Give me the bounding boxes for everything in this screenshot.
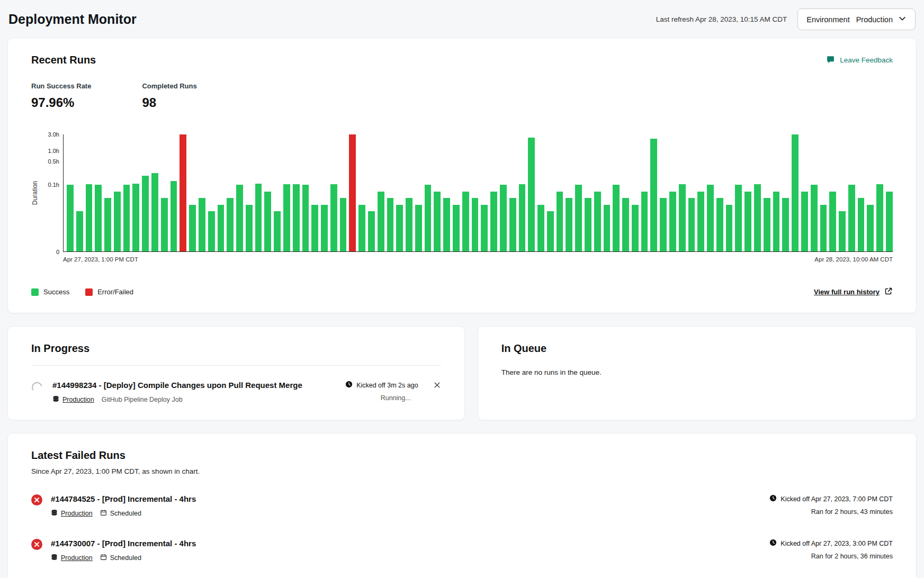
chart-bar-success[interactable] bbox=[283, 184, 290, 251]
chart-bar-success[interactable] bbox=[716, 198, 723, 251]
chart-bar-success[interactable] bbox=[387, 198, 394, 251]
chart-bar-success[interactable] bbox=[632, 205, 639, 251]
chart-bar-success[interactable] bbox=[76, 211, 83, 251]
chart-bar-success[interactable] bbox=[660, 198, 667, 251]
chart-bar-success[interactable] bbox=[434, 192, 441, 251]
chart-bar-success[interactable] bbox=[848, 185, 855, 251]
cancel-run-button[interactable] bbox=[433, 381, 441, 391]
chart-bar-success[interactable] bbox=[481, 205, 488, 251]
chart-bar-success[interactable] bbox=[95, 185, 102, 251]
environment-dropdown[interactable]: Environment Production bbox=[797, 8, 916, 30]
chart-bar-success[interactable] bbox=[123, 185, 130, 251]
run-environment-link[interactable]: Production bbox=[52, 395, 94, 404]
chart-bar-success[interactable] bbox=[255, 184, 262, 251]
y-tick-label: 0.5h bbox=[48, 158, 59, 165]
chart-bar-success[interactable] bbox=[151, 173, 158, 251]
chart-bar-success[interactable] bbox=[820, 205, 827, 251]
chart-bar-success[interactable] bbox=[829, 192, 836, 251]
run-environment-link[interactable]: Production bbox=[51, 509, 93, 518]
chart-bar-success[interactable] bbox=[679, 184, 686, 251]
chart-bar-success[interactable] bbox=[189, 205, 196, 251]
chart-bar-success[interactable] bbox=[415, 205, 422, 251]
chart-bar-success[interactable] bbox=[876, 184, 883, 251]
chart-bar-success[interactable] bbox=[585, 198, 591, 251]
chart-bar-success[interactable] bbox=[161, 198, 168, 251]
view-full-run-history-link[interactable]: View full run history bbox=[814, 287, 893, 297]
chart-bar-success[interactable] bbox=[613, 185, 620, 251]
in-progress-run-row: #144998234 - [Deploy] Compile Changes up… bbox=[31, 381, 441, 404]
chart-bar-success[interactable] bbox=[773, 192, 780, 251]
chart-bar-success[interactable] bbox=[293, 184, 300, 251]
run-name: #144784525 - [Prod] Incremental - 4hrs bbox=[51, 494, 761, 503]
chart-bar-success[interactable] bbox=[208, 211, 215, 251]
chart-bar-success[interactable] bbox=[358, 205, 365, 251]
chart-bar-success[interactable] bbox=[669, 192, 676, 251]
chart-bar-success[interactable] bbox=[537, 205, 544, 251]
chart-bar-success[interactable] bbox=[67, 185, 74, 251]
chart-bar-success[interactable] bbox=[792, 134, 799, 251]
chart-bar-success[interactable] bbox=[735, 185, 742, 251]
chart-bar-success[interactable] bbox=[697, 192, 704, 251]
chart-bar-success[interactable] bbox=[726, 205, 733, 251]
chart-bar-success[interactable] bbox=[425, 185, 432, 251]
chart-bar-success[interactable] bbox=[519, 184, 526, 251]
chart-bar-success[interactable] bbox=[246, 205, 253, 251]
chart-bar-success[interactable] bbox=[547, 211, 554, 251]
chart-bar-success[interactable] bbox=[650, 139, 657, 251]
in-queue-title: In Queue bbox=[501, 342, 893, 355]
chart-bar-success[interactable] bbox=[641, 192, 648, 251]
chart-bar-success[interactable] bbox=[227, 198, 234, 251]
chart-bar-success[interactable] bbox=[330, 184, 337, 251]
chart-bar-success[interactable] bbox=[86, 184, 93, 251]
chart-bar-success[interactable] bbox=[472, 198, 479, 251]
chart-bar-success[interactable] bbox=[622, 198, 629, 251]
chart-bar-success[interactable] bbox=[104, 198, 111, 251]
chart-bar-success[interactable] bbox=[114, 192, 121, 251]
chart-bar-success[interactable] bbox=[462, 192, 469, 251]
chart-bar-error[interactable] bbox=[180, 134, 186, 251]
chart-bar-success[interactable] bbox=[302, 185, 309, 251]
chart-bar-success[interactable] bbox=[443, 198, 450, 251]
chart-bar-success[interactable] bbox=[811, 185, 818, 251]
chart-bar-error[interactable] bbox=[349, 134, 356, 251]
chart-bar-success[interactable] bbox=[688, 198, 695, 251]
chart-bar-success[interactable] bbox=[132, 184, 139, 251]
chart-bar-success[interactable] bbox=[274, 211, 281, 251]
chart-bar-success[interactable] bbox=[509, 198, 516, 251]
chart-bar-success[interactable] bbox=[782, 198, 789, 251]
chart-bar-success[interactable] bbox=[199, 198, 205, 251]
chart-bar-success[interactable] bbox=[557, 192, 563, 251]
chart-bar-success[interactable] bbox=[528, 138, 535, 251]
chart-bar-success[interactable] bbox=[886, 192, 893, 251]
chart-bar-success[interactable] bbox=[801, 192, 808, 251]
chart-bar-success[interactable] bbox=[142, 176, 149, 251]
chart-bar-success[interactable] bbox=[236, 185, 243, 251]
chart-bar-success[interactable] bbox=[754, 184, 761, 251]
chart-bar-success[interactable] bbox=[575, 185, 582, 251]
chart-bar-success[interactable] bbox=[858, 198, 865, 251]
chart-bar-success[interactable] bbox=[218, 205, 225, 251]
chart-bar-success[interactable] bbox=[594, 192, 601, 251]
chart-bar-success[interactable] bbox=[171, 181, 177, 251]
chart-bar-success[interactable] bbox=[867, 205, 874, 251]
chart-bar-success[interactable] bbox=[490, 192, 497, 251]
chart-bar-success[interactable] bbox=[453, 205, 460, 251]
chart-plot-area bbox=[63, 134, 893, 252]
chart-bar-success[interactable] bbox=[500, 185, 507, 251]
chart-bar-success[interactable] bbox=[839, 211, 846, 251]
chart-bar-success[interactable] bbox=[396, 205, 403, 251]
chart-bar-success[interactable] bbox=[707, 185, 714, 251]
run-environment-link[interactable]: Production bbox=[51, 554, 93, 562]
chart-bar-success[interactable] bbox=[311, 205, 318, 251]
chart-bar-success[interactable] bbox=[340, 198, 347, 251]
chart-bar-success[interactable] bbox=[321, 205, 328, 251]
chart-bar-success[interactable] bbox=[406, 198, 412, 251]
chart-bar-success[interactable] bbox=[566, 198, 572, 251]
chart-bar-success[interactable] bbox=[264, 192, 271, 251]
chart-bar-success[interactable] bbox=[764, 198, 770, 251]
chart-bar-success[interactable] bbox=[604, 205, 611, 251]
leave-feedback-button[interactable]: Leave Feedback bbox=[826, 55, 893, 66]
chart-bar-success[interactable] bbox=[368, 211, 375, 251]
chart-bar-success[interactable] bbox=[378, 192, 384, 251]
chart-bar-success[interactable] bbox=[744, 192, 751, 251]
